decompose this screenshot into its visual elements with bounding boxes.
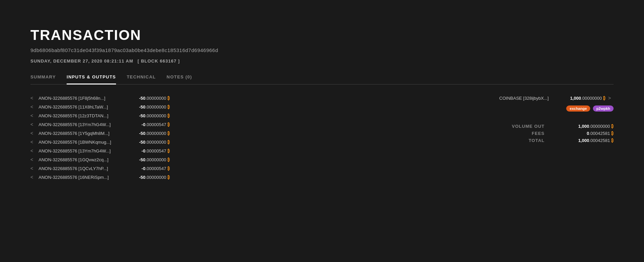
input-amount: -50.00000000 ₿	[122, 140, 170, 145]
input-amount: -50.00000000 ₿	[122, 175, 170, 180]
summary-value: 1,000.00042581 ₿	[553, 138, 614, 143]
output-arrow: >	[608, 95, 614, 101]
summary-table: VOLUME OUT1,000.00000000 ₿FEES0.00042581…	[504, 124, 614, 143]
summary-label: TOTAL	[504, 138, 545, 143]
input-amount: -50.00000000 ₿	[122, 157, 170, 162]
input-amount: -50.00000000 ₿	[122, 96, 170, 101]
input-row: <ANON-3226885576 [1Y5gqMh8M...]-50.00000…	[30, 130, 315, 136]
input-amount: -0.00000547 ₿	[122, 122, 170, 127]
summary-value: 0.00042581 ₿	[553, 131, 614, 136]
summary-row: TOTAL1,000.00042581 ₿	[504, 138, 614, 143]
input-row: <ANON-3226885576 [11X8hLTaW...]-50.00000…	[30, 104, 315, 110]
input-amount: -50.00000000 ₿	[122, 104, 170, 110]
input-arrow: <	[30, 95, 36, 101]
outputs-panel: COINBASE [328ijbybX...]1,000.00000000 ₿>…	[329, 95, 614, 183]
input-label[interactable]: ANON-3226885576 [12z3TDTAN...]	[39, 113, 120, 118]
inputs-panel: <ANON-3226885576 [1F8j5h68n...]-50.00000…	[30, 95, 315, 183]
tab-notes[interactable]: NOTES (0)	[167, 74, 192, 85]
input-label[interactable]: ANON-3226885576 [1GQvwz2cq...]	[39, 157, 120, 162]
input-row: <ANON-3226885576 [1GQvwz2cq...]-50.00000…	[30, 157, 315, 162]
input-arrow: <	[30, 157, 36, 162]
input-row: <ANON-3226885576 [13Ym7hG4W...]-0.000005…	[30, 122, 315, 127]
page-title: TRANSACTION	[30, 27, 614, 43]
input-arrow: <	[30, 130, 36, 136]
summary-row: FEES0.00042581 ₿	[504, 131, 614, 136]
tx-meta: SUNDAY, DECEMBER 27, 2020 08:21:11 AM [ …	[30, 58, 614, 64]
summary-label: VOLUME OUT	[504, 124, 545, 129]
input-label[interactable]: ANON-3226885576 [13Ym7hG4W...]	[39, 122, 120, 127]
summary-row: VOLUME OUT1,000.00000000 ₿	[504, 124, 614, 129]
input-arrow: <	[30, 122, 36, 127]
summary-value: 1,000.00000000 ₿	[553, 124, 614, 129]
input-row: <ANON-3226885576 [1F8j5h68n...]-50.00000…	[30, 95, 315, 101]
tabs-bar: SUMMARY INPUTS & OUTPUTS TECHNICAL NOTES…	[30, 74, 614, 85]
input-arrow: <	[30, 166, 36, 171]
output-row: COINBASE [328ijbybX...]1,000.00000000 ₿>	[499, 95, 614, 101]
input-row: <ANON-3226885576 [12z3TDTAN...]-50.00000…	[30, 113, 315, 118]
output-amount: 1,000.00000000 ₿	[551, 96, 605, 101]
input-label[interactable]: ANON-3226885576 [16NERiSpm...]	[39, 175, 120, 180]
tab-technical[interactable]: TECHNICAL	[127, 74, 156, 85]
input-label[interactable]: ANON-3226885576 [1F8j5h68n...]	[39, 96, 120, 101]
tag-exchange: exchange	[566, 105, 590, 112]
input-label[interactable]: ANON-3226885576 [11X8hLTaW...]	[39, 104, 120, 110]
input-arrow: <	[30, 139, 36, 145]
input-arrow: <	[30, 113, 36, 118]
input-label[interactable]: ANON-3226885576 [13Ym7hG4W...]	[39, 148, 120, 153]
input-row: <ANON-3226885576 [1BWNKqmug...]-50.00000…	[30, 139, 315, 145]
summary-label: FEES	[504, 131, 545, 136]
input-row: <ANON-3226885576 [1QCvLY7hP...]-0.000005…	[30, 166, 315, 171]
tx-block: [ BLOCK 663167 ]	[138, 58, 180, 64]
tab-inputs-outputs[interactable]: INPUTS & OUTPUTS	[67, 74, 116, 85]
input-amount: -50.00000000 ₿	[122, 131, 170, 136]
input-arrow: <	[30, 174, 36, 180]
content-area: <ANON-3226885576 [1F8j5h68n...]-50.00000…	[30, 95, 614, 183]
input-row: <ANON-3226885576 [13Ym7hG4W...]-0.000005…	[30, 148, 315, 153]
input-row: <ANON-3226885576 [16NERiSpm...]-50.00000…	[30, 174, 315, 180]
page-container: TRANSACTION 9db6806babf807c31de043f39a18…	[0, 0, 644, 197]
tx-date: SUNDAY, DECEMBER 27, 2020 08:21:11 AM	[30, 58, 133, 64]
input-label[interactable]: ANON-3226885576 [1BWNKqmug...]	[39, 140, 120, 145]
input-label[interactable]: ANON-3226885576 [1Y5gqMh8M...]	[39, 131, 120, 136]
input-arrow: <	[30, 148, 36, 153]
input-amount: -0.00000547 ₿	[122, 166, 170, 171]
output-label[interactable]: COINBASE [328ijbybX...]	[499, 96, 549, 101]
input-amount: -50.00000000 ₿	[122, 113, 170, 118]
output-tags: exchangep2wpkh	[566, 105, 614, 112]
input-amount: -0.00000547 ₿	[122, 148, 170, 153]
tag-p2wpkh: p2wpkh	[593, 105, 614, 112]
input-arrow: <	[30, 104, 36, 110]
input-label[interactable]: ANON-3226885576 [1QCvLY7hP...]	[39, 166, 120, 171]
tab-summary[interactable]: SUMMARY	[30, 74, 56, 85]
tx-hash: 9db6806babf807c31de043f39a1879ac03ab0be4…	[30, 47, 614, 53]
